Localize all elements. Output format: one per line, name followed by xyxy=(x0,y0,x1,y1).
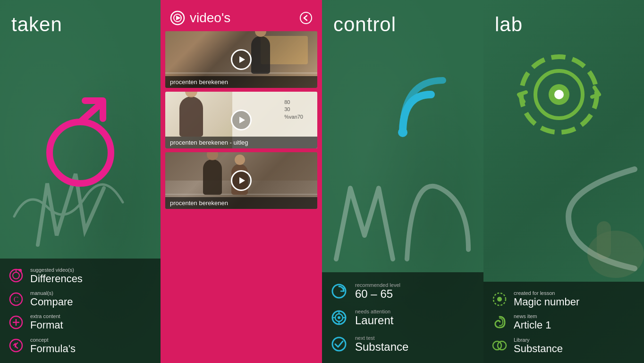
video-card-2[interactable]: 8030%van70 procenten berekenen - uitleg xyxy=(165,92,317,148)
differences-sublabel: suggested video(s) xyxy=(30,267,83,273)
svg-marker-16 xyxy=(176,16,181,20)
lab-item-article[interactable]: news item Article 1 xyxy=(491,311,636,334)
svg-marker-20 xyxy=(239,177,245,184)
svg-point-30 xyxy=(332,337,346,351)
test-text: next test Substance xyxy=(355,335,408,353)
back-arrow-icon xyxy=(8,337,25,354)
panel-videos: video's procenten berekenen xyxy=(161,0,322,363)
menu-item-differences[interactable]: suggested video(s) Differences xyxy=(8,264,153,287)
svg-point-36 xyxy=(554,90,564,99)
video-card-1[interactable]: procenten berekenen xyxy=(165,31,317,88)
control-item-attention[interactable]: needs attention Laurent xyxy=(330,304,476,331)
attention-sublabel: needs attention xyxy=(355,309,393,314)
video-caption-2: procenten berekenen - uitleg xyxy=(165,137,317,148)
copyright-icon: C xyxy=(8,291,25,308)
magic-text: created for lesson Magic number xyxy=(514,290,579,308)
level-text: recommended level 60 – 65 xyxy=(355,282,400,300)
panel-taken-title: taken xyxy=(0,0,161,36)
format-text: extra content Format xyxy=(30,313,63,331)
videos-title-row: video's xyxy=(170,10,230,26)
plus-circle-icon xyxy=(8,314,25,331)
videos-header: video's xyxy=(161,0,322,31)
menu-item-formulas[interactable]: concept Formula's xyxy=(8,334,153,357)
svg-point-25 xyxy=(338,316,340,319)
panel-control-title: control xyxy=(322,0,483,36)
compare-text: manual(s) Compare xyxy=(30,290,73,308)
attention-text: needs attention Laurent xyxy=(355,309,393,327)
dashed-circle-icon xyxy=(491,291,508,308)
svg-point-3 xyxy=(13,272,19,279)
svg-rect-32 xyxy=(597,221,611,259)
target-arrow-icon xyxy=(8,267,25,284)
play-button-2[interactable] xyxy=(231,110,252,130)
svg-point-38 xyxy=(497,297,502,302)
control-item-level[interactable]: recommended level 60 – 65 xyxy=(330,278,476,304)
formulas-text: concept Formula's xyxy=(30,337,76,354)
test-sublabel: next test xyxy=(355,335,408,341)
target-icon xyxy=(330,308,348,327)
formulas-sublabel: concept xyxy=(30,337,76,343)
differences-label: Differences xyxy=(30,273,83,285)
taken-menu: suggested video(s) Differences C manual(… xyxy=(0,259,161,363)
panel-lab-title: lab xyxy=(483,0,644,36)
differences-text: suggested video(s) Differences xyxy=(30,267,83,285)
magic-label: Magic number xyxy=(514,296,579,308)
video-caption-1: procenten berekenen xyxy=(165,76,317,88)
svg-marker-19 xyxy=(239,117,245,123)
svg-line-1 xyxy=(80,103,102,122)
swirl-icon xyxy=(491,314,508,331)
back-chevron-icon[interactable] xyxy=(299,11,313,25)
test-label: Substance xyxy=(355,341,408,353)
article-text: news item Article 1 xyxy=(514,313,551,331)
svg-point-31 xyxy=(587,231,644,278)
video-card-3[interactable]: procenten berekenen xyxy=(165,152,317,209)
svg-marker-18 xyxy=(239,56,245,63)
play-button-1[interactable] xyxy=(231,49,252,70)
level-sublabel: recommended level xyxy=(355,282,400,288)
svg-text:C: C xyxy=(14,295,19,303)
attention-label: Laurent xyxy=(355,314,393,327)
library-label: Substance xyxy=(514,343,563,354)
lab-menu: created for lesson Magic number news ite… xyxy=(483,282,644,363)
videos-panel-title: video's xyxy=(190,10,230,26)
taken-center-icon xyxy=(38,96,123,190)
article-label: Article 1 xyxy=(514,320,551,331)
lab-item-magic[interactable]: created for lesson Magic number xyxy=(491,287,636,311)
library-text: Library Substance xyxy=(514,337,563,354)
video-play-icon xyxy=(170,10,185,26)
svg-point-21 xyxy=(398,128,407,137)
circles-icon xyxy=(491,337,508,354)
menu-item-format[interactable]: extra content Format xyxy=(8,311,153,334)
library-sublabel: Library xyxy=(514,337,563,343)
video-caption-3: procenten berekenen xyxy=(165,197,317,209)
panel-lab: lab created for lesson xyxy=(483,0,644,363)
svg-point-17 xyxy=(300,12,312,24)
level-label: 60 – 65 xyxy=(355,288,400,300)
format-label: Format xyxy=(30,320,63,331)
panel-taken: taken suggested xyxy=(0,0,161,363)
menu-item-compare[interactable]: C manual(s) Compare xyxy=(8,287,153,311)
panel-control: control recommended level 60 – 65 xyxy=(322,0,483,363)
control-item-test[interactable]: next test Substance xyxy=(330,331,476,357)
rotate-icon xyxy=(330,282,348,301)
formulas-label: Formula's xyxy=(30,343,76,354)
svg-point-0 xyxy=(50,122,111,183)
lab-center-icon xyxy=(512,47,606,142)
play-button-3[interactable] xyxy=(231,170,252,191)
compare-label: Compare xyxy=(30,296,73,308)
control-center-icon xyxy=(356,57,450,151)
check-circle-icon xyxy=(330,335,348,354)
control-menu: recommended level 60 – 65 needs attentio… xyxy=(322,272,483,363)
lab-item-library[interactable]: Library Substance xyxy=(491,334,636,357)
